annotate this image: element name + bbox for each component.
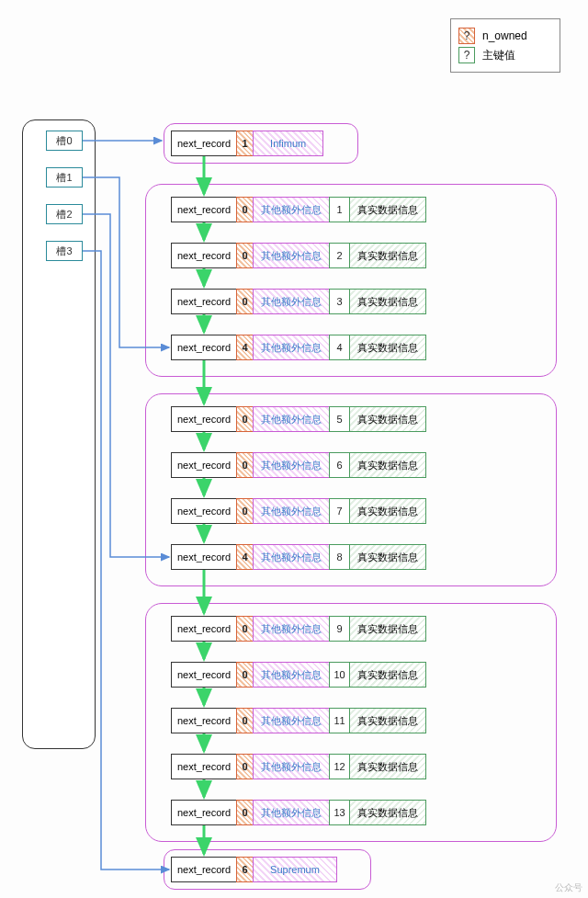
slot-1: 槽1 xyxy=(46,167,83,188)
cell-real-data: 真实数据信息 xyxy=(349,335,426,360)
cell-extra-info: 其他额外信息 xyxy=(253,452,330,478)
cell-pk: 12 xyxy=(329,754,351,779)
cell-extra-info: 其他额外信息 xyxy=(253,708,330,733)
cell-extra-info: 其他额外信息 xyxy=(253,289,330,314)
cell-n-owned: 0 xyxy=(236,662,254,688)
cell-infimum-label: Infimum xyxy=(253,131,323,156)
watermark: 公众号 xyxy=(555,881,582,894)
cell-next-record: next_record xyxy=(171,616,237,642)
cell-next-record: next_record xyxy=(171,131,237,156)
record-11: next_record 0 其他额外信息 11 真实数据信息 xyxy=(171,708,426,733)
legend: ? n_owned ? 主键值 xyxy=(450,18,560,73)
cell-next-record: next_record xyxy=(171,197,237,222)
legend-label-owned: n_owned xyxy=(482,29,527,42)
cell-supremum-label: Supremum xyxy=(253,857,337,882)
cell-extra-info: 其他额外信息 xyxy=(253,800,330,825)
cell-next-record: next_record xyxy=(171,754,237,779)
cell-real-data: 真实数据信息 xyxy=(349,662,426,688)
cell-next-record: next_record xyxy=(171,243,237,268)
cell-next-record: next_record xyxy=(171,857,237,882)
cell-pk: 4 xyxy=(329,335,351,360)
cell-real-data: 真实数据信息 xyxy=(349,406,426,432)
cell-n-owned: 0 xyxy=(236,498,254,524)
slot-label: 槽1 xyxy=(56,171,72,185)
record-4: next_record 4 其他额外信息 4 真实数据信息 xyxy=(171,335,426,360)
slot-label: 槽2 xyxy=(56,208,72,222)
cell-next-record: next_record xyxy=(171,708,237,733)
cell-extra-info: 其他额外信息 xyxy=(253,754,330,779)
cell-next-record: next_record xyxy=(171,289,237,314)
record-2: next_record 0 其他额外信息 2 真实数据信息 xyxy=(171,243,426,268)
cell-real-data: 真实数据信息 xyxy=(349,197,426,222)
cell-extra-info: 其他额外信息 xyxy=(253,544,330,570)
slot-2: 槽2 xyxy=(46,204,83,224)
cell-pk: 11 xyxy=(329,708,351,733)
cell-n-owned: 6 xyxy=(236,857,254,882)
cell-pk: 8 xyxy=(329,544,351,570)
cell-next-record: next_record xyxy=(171,800,237,825)
cell-pk: 10 xyxy=(329,662,351,688)
cell-n-owned: 0 xyxy=(236,197,254,222)
cell-real-data: 真实数据信息 xyxy=(349,544,426,570)
cell-real-data: 真实数据信息 xyxy=(349,289,426,314)
record-10: next_record 0 其他额外信息 10 真实数据信息 xyxy=(171,662,426,688)
legend-swatch-pk: ? xyxy=(458,47,475,63)
cell-n-owned: 0 xyxy=(236,616,254,642)
cell-real-data: 真实数据信息 xyxy=(349,498,426,524)
cell-next-record: next_record xyxy=(171,452,237,478)
cell-pk: 2 xyxy=(329,243,351,268)
cell-pk: 13 xyxy=(329,800,351,825)
legend-swatch-q: ? xyxy=(464,29,470,42)
legend-swatch-owned: ? xyxy=(458,28,475,44)
cell-real-data: 真实数据信息 xyxy=(349,800,426,825)
cell-pk: 3 xyxy=(329,289,351,314)
cell-extra-info: 其他额外信息 xyxy=(253,406,330,432)
cell-real-data: 真实数据信息 xyxy=(349,616,426,642)
cell-real-data: 真实数据信息 xyxy=(349,708,426,733)
record-5: next_record 0 其他额外信息 5 真实数据信息 xyxy=(171,406,426,432)
cell-extra-info: 其他额外信息 xyxy=(253,197,330,222)
record-13: next_record 0 其他额外信息 13 真实数据信息 xyxy=(171,800,426,825)
cell-next-record: next_record xyxy=(171,335,237,360)
cell-next-record: next_record xyxy=(171,498,237,524)
cell-pk: 5 xyxy=(329,406,351,432)
legend-label-pk: 主键值 xyxy=(482,48,515,63)
record-8: next_record 4 其他额外信息 8 真实数据信息 xyxy=(171,544,426,570)
cell-next-record: next_record xyxy=(171,406,237,432)
cell-n-owned: 0 xyxy=(236,754,254,779)
record-9: next_record 0 其他额外信息 9 真实数据信息 xyxy=(171,616,426,642)
slot-0: 槽0 xyxy=(46,131,83,151)
cell-pk: 7 xyxy=(329,498,351,524)
cell-extra-info: 其他额外信息 xyxy=(253,616,330,642)
legend-swatch-q2: ? xyxy=(464,49,470,62)
cell-real-data: 真实数据信息 xyxy=(349,452,426,478)
cell-n-owned: 0 xyxy=(236,243,254,268)
record-1: next_record 0 其他额外信息 1 真实数据信息 xyxy=(171,197,426,222)
cell-pk: 1 xyxy=(329,197,351,222)
cell-extra-info: 其他额外信息 xyxy=(253,243,330,268)
slot-3: 槽3 xyxy=(46,241,83,261)
cell-next-record: next_record xyxy=(171,544,237,570)
cell-n-owned: 1 xyxy=(236,131,254,156)
legend-row-owned: ? n_owned xyxy=(458,28,552,44)
cell-extra-info: 其他额外信息 xyxy=(253,662,330,688)
cell-pk: 9 xyxy=(329,616,351,642)
record-7: next_record 0 其他额外信息 7 真实数据信息 xyxy=(171,498,426,524)
cell-n-owned: 0 xyxy=(236,289,254,314)
cell-real-data: 真实数据信息 xyxy=(349,754,426,779)
cell-n-owned: 0 xyxy=(236,708,254,733)
cell-n-owned: 0 xyxy=(236,452,254,478)
record-infimum: next_record 1 Infimum xyxy=(171,131,323,156)
record-12: next_record 0 其他额外信息 12 真实数据信息 xyxy=(171,754,426,779)
slot-label: 槽3 xyxy=(56,244,72,258)
cell-real-data: 真实数据信息 xyxy=(349,243,426,268)
record-6: next_record 0 其他额外信息 6 真实数据信息 xyxy=(171,452,426,478)
slot-label: 槽0 xyxy=(56,134,72,148)
cell-n-owned: 0 xyxy=(236,800,254,825)
record-3: next_record 0 其他额外信息 3 真实数据信息 xyxy=(171,289,426,314)
cell-n-owned: 0 xyxy=(236,406,254,432)
cell-extra-info: 其他额外信息 xyxy=(253,498,330,524)
cell-n-owned: 4 xyxy=(236,544,254,570)
cell-n-owned: 4 xyxy=(236,335,254,360)
cell-extra-info: 其他额外信息 xyxy=(253,335,330,360)
